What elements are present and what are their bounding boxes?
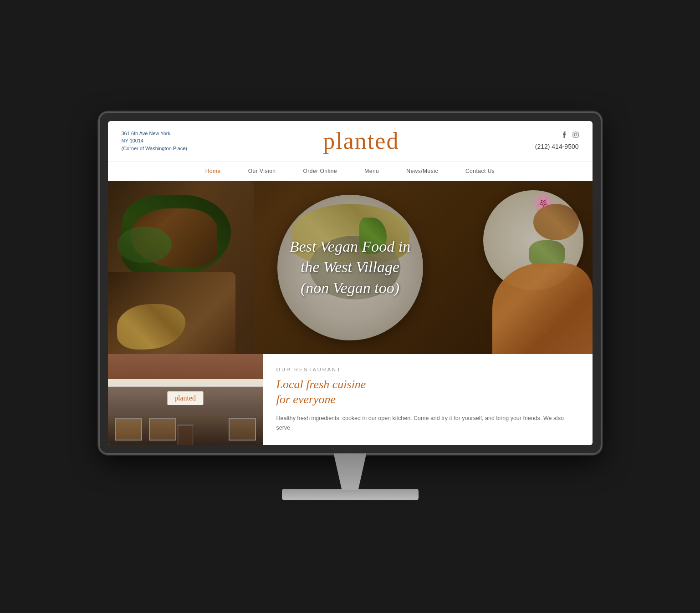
- restaurant-sign: planted: [167, 391, 203, 405]
- restaurant-image-inner: planted: [108, 354, 263, 446]
- restaurant-image: planted: [108, 354, 263, 446]
- header-address: 361 6th Ave New York, NY 10014 (Corner o…: [122, 130, 188, 152]
- hero-title-line2: the West Village: [301, 259, 399, 276]
- website: 361 6th Ave New York, NY 10014 (Corner o…: [108, 121, 593, 446]
- restaurant-sign-text: planted: [174, 394, 196, 402]
- door: [177, 425, 193, 445]
- hero-text-block: Best Vegan Food in the West Village (non…: [290, 236, 410, 299]
- content-section: planted OUR RESTAURANT: [108, 354, 593, 446]
- nav-contact-us[interactable]: Contact Us: [465, 168, 495, 174]
- nav-news-music[interactable]: News/Music: [406, 168, 438, 174]
- svg-rect-0: [573, 132, 578, 137]
- screen-inner: 361 6th Ave New York, NY 10014 (Corner o…: [108, 121, 593, 446]
- section-label: OUR RESTAURANT: [276, 367, 579, 372]
- window-right: [229, 418, 256, 441]
- monitor-stand-neck: [323, 453, 378, 490]
- hero-title: Best Vegan Food in the West Village (non…: [290, 236, 410, 299]
- section-title-line1: Local fresh cuisine: [276, 378, 366, 391]
- nav-order-online[interactable]: Order Online: [303, 168, 337, 174]
- header-logo-area: planted: [323, 129, 399, 153]
- hero-title-line1: Best Vegan Food in: [290, 238, 410, 255]
- address-line3: (Corner of Washington Place): [122, 145, 188, 152]
- nav-our-vision[interactable]: Our Vision: [248, 168, 276, 174]
- svg-point-2: [577, 133, 577, 133]
- address-line1: 361 6th Ave New York,: [122, 130, 188, 137]
- site-logo: planted: [323, 129, 399, 153]
- building-top: [108, 354, 263, 381]
- social-icons: [535, 132, 579, 139]
- hero-section: 🌸 Best Vegan Food in the Wes: [108, 181, 593, 354]
- header-right: (212) 414-9500: [535, 132, 579, 150]
- nav-home[interactable]: Home: [205, 168, 221, 174]
- svg-point-1: [574, 133, 577, 136]
- section-title-line2: for everyone: [276, 393, 336, 406]
- phone-number: (212) 414-9500: [535, 143, 579, 150]
- content-right: OUR RESTAURANT Local fresh cuisine for e…: [263, 354, 593, 446]
- site-header: 361 6th Ave New York, NY 10014 (Corner o…: [108, 121, 593, 162]
- monitor-screen: 361 6th Ave New York, NY 10014 (Corner o…: [100, 113, 601, 454]
- monitor-wrapper: 361 6th Ave New York, NY 10014 (Corner o…: [91, 113, 610, 501]
- awning: [108, 379, 263, 387]
- window-left: [115, 418, 142, 441]
- site-nav: Home Our Vision Order Online Menu News/M…: [108, 162, 593, 181]
- section-description: Healthy fresh ingredients, cooked in our…: [276, 414, 579, 432]
- facebook-icon[interactable]: [562, 132, 567, 139]
- monitor-stand-base: [282, 489, 419, 500]
- hero-title-line3: (non Vegan too): [301, 280, 399, 297]
- nav-menu[interactable]: Menu: [364, 168, 379, 174]
- window-center: [149, 418, 176, 441]
- address-line2: NY 10014: [122, 137, 188, 145]
- section-title: Local fresh cuisine for everyone: [276, 377, 579, 408]
- instagram-icon[interactable]: [572, 132, 579, 139]
